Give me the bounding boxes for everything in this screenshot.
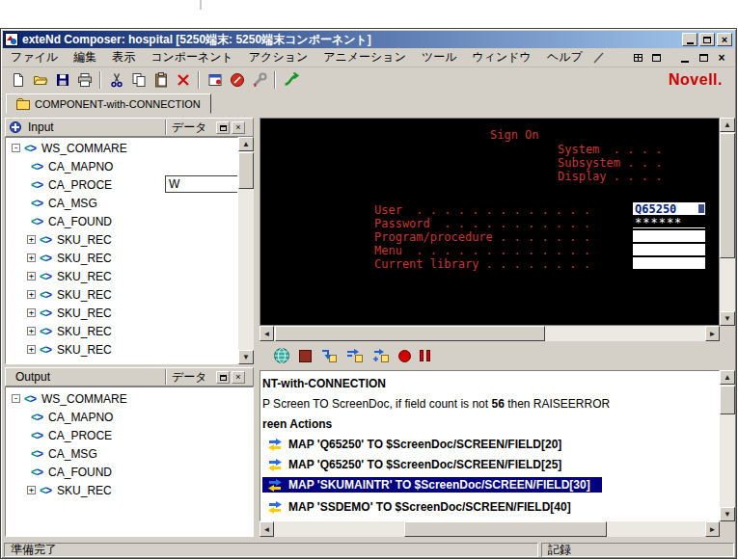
- tree-item[interactable]: + <> SKU_REC: [7, 340, 236, 359]
- menu-animation[interactable]: アニメーション: [315, 47, 414, 67]
- menu-file[interactable]: ファイル: [3, 47, 66, 67]
- tree-item[interactable]: - <> WS_COMMARE: [7, 389, 252, 408]
- action-row-group[interactable]: reen Actions: [262, 414, 332, 434]
- scroll-left-button[interactable]: ◄: [260, 326, 274, 341]
- action-row-map[interactable]: MAP 'SSDEMO' TO $ScreenDoc/SCREEN/FIELD[…: [262, 497, 571, 517]
- expand-icon[interactable]: +: [27, 308, 36, 317]
- collapse-icon[interactable]: -: [12, 144, 20, 152]
- scroll-right-button[interactable]: ►: [705, 326, 720, 341]
- scroll-up-button[interactable]: ▲: [238, 137, 254, 151]
- connection-button[interactable]: [273, 347, 290, 364]
- tree-item[interactable]: <> CA_FOUND: [7, 212, 236, 230]
- tree-item[interactable]: + <> SKU_REC: [7, 230, 236, 249]
- expand-icon[interactable]: +: [27, 253, 36, 262]
- step-forward-button[interactable]: [346, 348, 364, 363]
- scroll-down-button[interactable]: ▼: [238, 350, 254, 364]
- tree-item[interactable]: + <> SKU_REC: [7, 267, 236, 285]
- run-button[interactable]: [226, 69, 248, 92]
- tree-item[interactable]: + <> SKU_REC: [7, 249, 236, 267]
- scroll-down-button[interactable]: ▼: [720, 507, 735, 521]
- menu-component[interactable]: コンポーネント: [143, 47, 241, 67]
- save-button[interactable]: [51, 69, 73, 92]
- add-screen-button[interactable]: [372, 348, 390, 363]
- step-screen-button[interactable]: [320, 348, 338, 363]
- action-row-map-screen[interactable]: P Screen TO ScreenDoc, if field count is…: [262, 394, 610, 413]
- action-list-vertical-scrollbar[interactable]: ▲ ▼: [720, 370, 735, 521]
- terminal-screen[interactable]: Sign On System . . . . Subsystem . . . D…: [260, 118, 720, 326]
- scrollbar-thumb[interactable]: [238, 152, 254, 189]
- print-button[interactable]: [73, 69, 96, 92]
- tree-item[interactable]: <> CA_MSG: [7, 194, 236, 212]
- new-document-button[interactable]: [7, 69, 29, 92]
- expand-icon[interactable]: +: [27, 272, 36, 280]
- terminal-horizontal-scrollbar[interactable]: ◄ ►: [260, 326, 720, 341]
- action-row-map[interactable]: MAP 'Q65250' TO $ScreenDoc/SCREEN/FIELD[…: [262, 455, 561, 474]
- scroll-down-button[interactable]: ▼: [720, 311, 735, 326]
- program-procedure-field[interactable]: [633, 230, 705, 242]
- stop-button[interactable]: [299, 350, 312, 362]
- action-row-component[interactable]: NT-with-CONNECTION: [262, 374, 386, 393]
- child-close-button[interactable]: ×: [714, 51, 729, 65]
- scroll-up-button[interactable]: ▲: [720, 370, 735, 385]
- user-field[interactable]: Q65250: [633, 202, 705, 215]
- tree-item[interactable]: + <> SKU_REC: [7, 285, 236, 304]
- tree-item[interactable]: + <> SKU_REC: [7, 304, 236, 322]
- tree-item[interactable]: + <> SKU_REC: [7, 322, 236, 340]
- menu-help[interactable]: ヘルプ: [539, 47, 590, 67]
- terminal-vertical-scrollbar[interactable]: ▲ ▼: [720, 118, 735, 326]
- tree-item[interactable]: <> CA_PROCE W: [7, 175, 236, 194]
- current-library-field[interactable]: [633, 257, 705, 269]
- tile-windows-button[interactable]: [630, 51, 645, 65]
- copy-button[interactable]: [127, 69, 150, 92]
- collapse-icon[interactable]: -: [12, 394, 20, 403]
- tree-item[interactable]: - <> WS_COMMARE: [7, 139, 236, 157]
- scrollbar-thumb[interactable]: [275, 326, 545, 341]
- action-row-map[interactable]: MAP 'Q65250' TO $ScreenDoc/SCREEN/FIELD[…: [262, 435, 561, 454]
- expand-icon[interactable]: +: [27, 290, 36, 299]
- pause-button[interactable]: [420, 350, 430, 361]
- menu-field[interactable]: [633, 244, 705, 255]
- expand-icon[interactable]: +: [27, 235, 36, 244]
- data-value-cell[interactable]: W: [165, 175, 238, 193]
- child-restore-button[interactable]: [696, 51, 711, 65]
- action-row-map-selected[interactable]: MAP 'SKUMAINTR' TO $ScreenDoc/SCREEN/FIE…: [262, 475, 602, 494]
- input-panel-close-button[interactable]: ×: [232, 121, 245, 134]
- output-panel-float-button[interactable]: [216, 371, 230, 384]
- tab-component-with-connection[interactable]: COMPONENT-with-CONNECTION: [6, 93, 211, 114]
- input-tree-scrollbar[interactable]: ▲ ▼: [238, 137, 254, 364]
- component-button[interactable]: [204, 69, 226, 92]
- scroll-right-button[interactable]: ►: [705, 521, 720, 537]
- paste-button[interactable]: [150, 69, 172, 92]
- child-minimize-button[interactable]: [677, 51, 693, 65]
- scrollbar-thumb[interactable]: [720, 133, 735, 258]
- password-field[interactable]: ******: [633, 216, 705, 228]
- cascade-windows-button[interactable]: [648, 51, 664, 65]
- tree-item[interactable]: <> CA_MAPNO: [7, 157, 236, 175]
- column-divider[interactable]: [165, 369, 166, 385]
- scrollbar-thumb[interactable]: [404, 521, 607, 537]
- input-panel-float-button[interactable]: [216, 121, 230, 134]
- delete-button[interactable]: [172, 69, 194, 92]
- menu-view[interactable]: 表示: [104, 47, 143, 67]
- output-panel-close-button[interactable]: ×: [232, 371, 245, 384]
- cut-button[interactable]: [105, 69, 127, 92]
- close-button[interactable]: ×: [717, 33, 732, 46]
- minimize-button[interactable]: [682, 33, 697, 46]
- menu-edit[interactable]: 編集: [66, 47, 104, 67]
- expand-icon[interactable]: +: [27, 486, 36, 494]
- menu-window[interactable]: ウィンドウ: [464, 47, 538, 67]
- scrollbar-thumb[interactable]: [720, 386, 735, 414]
- action-list-horizontal-scrollbar[interactable]: ◄ ►: [260, 521, 720, 537]
- menu-action[interactable]: アクション: [241, 47, 315, 67]
- maximize-button[interactable]: [699, 33, 715, 46]
- tree-item[interactable]: <> CA_FOUND: [7, 463, 252, 481]
- expand-icon[interactable]: +: [27, 345, 36, 354]
- tools-button[interactable]: [248, 69, 270, 92]
- menu-tools[interactable]: ツール: [414, 47, 465, 67]
- tree-item[interactable]: <> CA_MSG: [7, 444, 252, 463]
- execute-button[interactable]: [280, 69, 302, 92]
- column-divider[interactable]: [165, 120, 166, 135]
- scroll-left-button[interactable]: ◄: [260, 521, 274, 537]
- record-button[interactable]: [398, 350, 411, 362]
- tree-item[interactable]: <> CA_MAPNO: [7, 408, 252, 426]
